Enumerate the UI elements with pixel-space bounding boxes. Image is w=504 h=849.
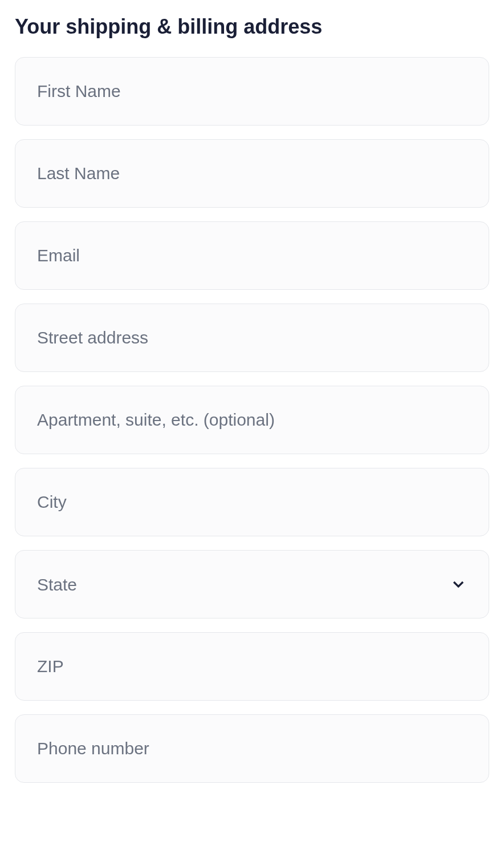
form-heading: Your shipping & billing address <box>15 15 489 39</box>
street-address-field[interactable] <box>15 304 489 372</box>
apartment-field-wrapper <box>15 386 489 454</box>
city-field-wrapper <box>15 468 489 536</box>
zip-field-wrapper <box>15 632 489 701</box>
state-field-wrapper: State <box>15 550 489 618</box>
street-address-field-wrapper <box>15 304 489 372</box>
address-form: State <box>15 57 489 783</box>
phone-field[interactable] <box>15 714 489 783</box>
last-name-field[interactable] <box>15 139 489 208</box>
last-name-field-wrapper <box>15 139 489 208</box>
city-field[interactable] <box>15 468 489 536</box>
state-select[interactable]: State <box>15 550 489 618</box>
email-field[interactable] <box>15 221 489 290</box>
first-name-field-wrapper <box>15 57 489 126</box>
first-name-field[interactable] <box>15 57 489 126</box>
apartment-field[interactable] <box>15 386 489 454</box>
zip-field[interactable] <box>15 632 489 701</box>
email-field-wrapper <box>15 221 489 290</box>
phone-field-wrapper <box>15 714 489 783</box>
